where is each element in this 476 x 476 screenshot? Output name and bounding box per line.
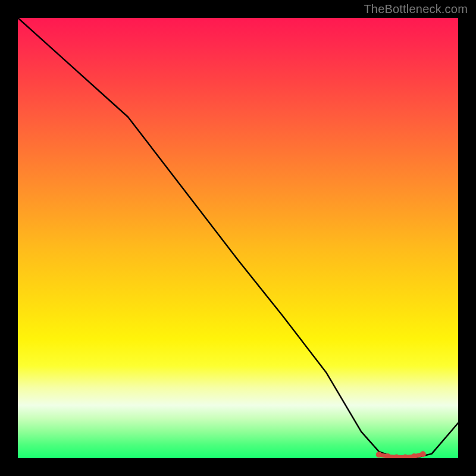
recommended-range-markers [376,451,426,458]
bottleneck-curve [18,18,458,458]
chart-frame: TheBottleneck.com [0,0,476,476]
watermark-text: TheBottleneck.com [364,2,468,16]
marker-dot [393,455,399,459]
curve-layer [18,18,458,458]
marker-dot [376,452,382,458]
marker-dot [402,455,408,459]
plot-area [18,18,458,458]
marker-dot [420,451,426,457]
